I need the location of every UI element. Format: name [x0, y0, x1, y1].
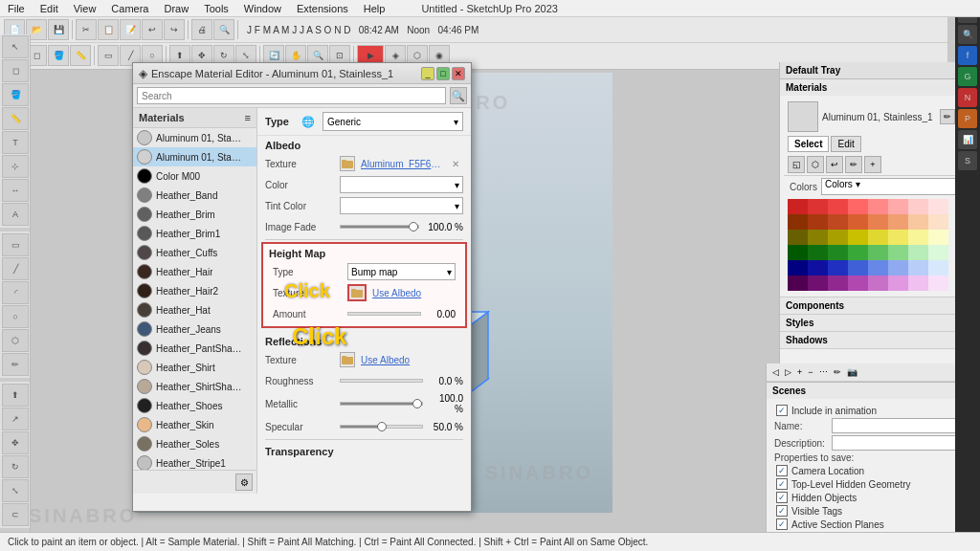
color-cell-r4-1[interactable] [788, 245, 808, 260]
tray-icon-4[interactable]: ✏ [845, 156, 862, 173]
color-cell-r2-8[interactable] [928, 214, 948, 230]
tool-poly[interactable]: ⬡ [2, 329, 29, 352]
tool-dim[interactable]: ↔ [2, 179, 29, 202]
color-cell-r4-6[interactable] [888, 245, 908, 260]
color-cell-r2-5[interactable] [868, 214, 888, 230]
tb-search[interactable]: 🔍 [213, 19, 234, 40]
color-cell-r1-2[interactable] [808, 199, 828, 214]
tool-circle[interactable]: ○ [2, 305, 29, 328]
tool-freehand[interactable]: ✏ [2, 353, 29, 376]
tray-camera-icon[interactable]: 📷 [845, 365, 859, 379]
tray-edit2-icon[interactable]: ✏ [832, 365, 843, 379]
color-cell-r6-4[interactable] [848, 276, 868, 291]
tool-tape[interactable]: 📏 [2, 107, 29, 130]
mat-item-0[interactable]: Aluminum 01, Stainless... [133, 128, 256, 147]
tool-eraser[interactable]: ◻ [2, 59, 29, 82]
color-cell-r1-7[interactable] [908, 199, 928, 214]
tool-scale[interactable]: ⤡ [2, 479, 29, 502]
mat-item-6[interactable]: Heather_Cuffs [133, 243, 256, 262]
mat-item-5[interactable]: Heather_Brim1 [133, 224, 256, 243]
search-input[interactable] [137, 87, 446, 104]
menu-draw[interactable]: Draw [156, 3, 196, 14]
mat-item-3[interactable]: Heather_Band [133, 186, 256, 205]
tool-text[interactable]: T [2, 131, 29, 154]
tb-redo[interactable]: ↪ [164, 19, 185, 40]
color-cell-r1-8[interactable] [928, 199, 948, 214]
menu-help[interactable]: Help [356, 3, 393, 14]
color-cell-r5-3[interactable] [828, 260, 848, 276]
color-cell-r4-7[interactable] [908, 245, 928, 260]
color-cell-r6-6[interactable] [888, 276, 908, 291]
color-cell-r5-5[interactable] [868, 260, 888, 276]
tool-axes[interactable]: ⊹ [2, 155, 29, 178]
cb-camera-box[interactable]: ✓ [776, 465, 788, 476]
type-select[interactable]: Generic ▾ [323, 112, 463, 131]
tb-cut[interactable]: ✂ [76, 19, 97, 40]
heightmap-type-dropdown[interactable]: Bump map ▾ [347, 263, 456, 280]
color-cell-r2-1[interactable] [788, 214, 808, 230]
cb-hidden-geo-box[interactable]: ✓ [776, 478, 788, 490]
tb-save[interactable]: 💾 [48, 19, 69, 40]
scenes-header[interactable]: Scenes ▾ [767, 383, 967, 399]
tb-copy[interactable]: 📋 [98, 19, 119, 40]
materials-scroll[interactable]: Aluminum 01, Stainless... Aluminum 01, S… [133, 128, 256, 470]
mat-item-16[interactable]: Heather_Soles [133, 434, 256, 453]
select-tab[interactable]: Select [788, 136, 829, 152]
color-cell-r3-5[interactable] [868, 230, 888, 245]
color-cell-r3-6[interactable] [888, 230, 908, 245]
cb-visible-tags-box[interactable]: ✓ [776, 505, 788, 517]
mat-item-8[interactable]: Heather_Hair2 [133, 281, 256, 300]
maximize-button[interactable]: □ [436, 67, 450, 80]
cb-section-planes-box[interactable]: ✓ [776, 518, 788, 530]
color-cell-r5-4[interactable] [848, 260, 868, 276]
color-cell-r5-6[interactable] [888, 260, 908, 276]
tr-icon-4[interactable]: G [958, 67, 977, 86]
tr-icon-5[interactable]: N [958, 88, 977, 107]
heightmap-folder-button[interactable] [347, 284, 367, 301]
tool-rotate[interactable]: ↻ [2, 455, 29, 478]
tint-color-dropdown[interactable]: ▾ [340, 197, 463, 214]
mat-item-11[interactable]: Heather_PantShadow [133, 339, 256, 358]
albedo-texture-clear[interactable]: ✕ [448, 156, 463, 171]
mat-item-14[interactable]: Heather_Shoes [133, 396, 256, 415]
color-cell-r2-4[interactable] [848, 214, 868, 230]
tb-print[interactable]: 🖨 [191, 19, 212, 40]
tool-line[interactable]: ╱ [2, 257, 29, 280]
color-cell-r4-8[interactable] [928, 245, 948, 260]
tool-rect[interactable]: ▭ [2, 233, 29, 256]
color-cell-r1-6[interactable] [888, 199, 908, 214]
mat-item-7[interactable]: Heather_Hair [133, 262, 256, 281]
color-cell-r4-3[interactable] [828, 245, 848, 260]
roughness-track[interactable] [340, 379, 423, 383]
color-cell-r3-1[interactable] [788, 230, 808, 245]
tray-icon-2[interactable]: ⬡ [807, 156, 824, 173]
tool-arc[interactable]: ◜ [2, 281, 29, 304]
color-cell-r2-6[interactable] [888, 214, 908, 230]
metallic-track[interactable] [340, 402, 423, 406]
specular-track[interactable] [340, 425, 423, 429]
mat-item-13[interactable]: Heather_ShirtShadow [133, 377, 256, 396]
color-cell-r5-7[interactable] [908, 260, 928, 276]
tr-icon-3[interactable]: f [958, 46, 977, 65]
color-cell-r5-1[interactable] [788, 260, 808, 276]
tb-undo[interactable]: ↩ [142, 19, 163, 40]
tray-materials-header[interactable]: Materials ▾ [780, 79, 980, 96]
tool-select[interactable]: ↖ [2, 35, 29, 58]
description-field-input[interactable] [832, 435, 959, 451]
menu-file[interactable]: File [0, 3, 33, 14]
heightmap-amount-track[interactable] [347, 312, 421, 316]
color-cell-r3-4[interactable] [848, 230, 868, 245]
tool-offset[interactable]: ⊂ [2, 503, 29, 526]
specular-thumb[interactable] [377, 422, 387, 431]
menu-view[interactable]: View [66, 3, 104, 14]
mat-item-17[interactable]: Heather_Stripe1 [133, 453, 256, 470]
materials-options-icon[interactable]: ≡ [245, 112, 251, 123]
color-cell-r3-2[interactable] [808, 230, 828, 245]
tray-details-icon[interactable]: ⋯ [817, 365, 830, 379]
minimize-button[interactable]: _ [421, 67, 434, 80]
mat-item-4[interactable]: Heather_Brim [133, 205, 256, 224]
colors-dropdown[interactable]: Colors ▾ [821, 178, 970, 195]
tool-pushpull[interactable]: ⬆ [2, 384, 29, 407]
menu-window[interactable]: Window [236, 3, 289, 14]
color-cell-r6-3[interactable] [828, 276, 848, 291]
